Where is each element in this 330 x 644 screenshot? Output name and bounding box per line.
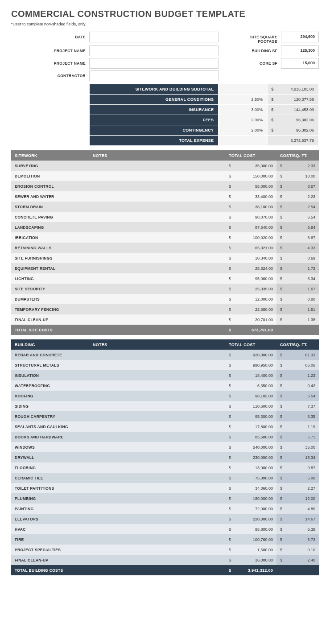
row-cost[interactable]: $20,701.00	[225, 314, 276, 325]
row-cost[interactable]: $33,400.00	[225, 191, 276, 202]
row-cost[interactable]: $100,020.00	[225, 232, 276, 243]
row-notes[interactable]	[89, 545, 225, 555]
row-notes[interactable]	[89, 263, 225, 273]
row-notes[interactable]	[89, 161, 225, 171]
row-notes[interactable]	[89, 411, 225, 421]
table-row: FLOORING$13,000.00$0.87	[11, 462, 319, 473]
row-notes[interactable]	[89, 243, 225, 253]
row-notes[interactable]	[89, 534, 225, 545]
row-cost[interactable]: $95,800.00	[225, 524, 276, 534]
row-cost[interactable]: $100,760.00	[225, 534, 276, 545]
coresf-input[interactable]: 15,000	[281, 58, 319, 69]
row-notes[interactable]	[89, 452, 225, 462]
summary-pct[interactable]: 3.00%	[219, 105, 268, 115]
table-row: STORM DRAIN$38,100.00$2.54	[11, 202, 319, 212]
row-notes[interactable]	[89, 473, 225, 483]
row-notes[interactable]	[89, 442, 225, 452]
row-notes[interactable]	[89, 294, 225, 304]
row-cost[interactable]: $36,000.00	[225, 555, 276, 565]
row-notes[interactable]	[89, 370, 225, 380]
row-notes[interactable]	[89, 222, 225, 232]
summary-val: $96,302.06	[268, 115, 319, 125]
row-cost[interactable]: $38,100.00	[225, 202, 276, 212]
row-cost[interactable]: $98,102.00	[225, 391, 276, 401]
row-notes[interactable]	[89, 514, 225, 524]
row-notes[interactable]	[89, 273, 225, 284]
row-cost[interactable]: $35,000.00	[225, 161, 276, 171]
row-cost[interactable]: $22,680.00	[225, 304, 276, 314]
row-cost[interactable]: $990,950.00	[225, 360, 276, 370]
row-notes[interactable]	[89, 524, 225, 534]
sitesf-input[interactable]: 294,600	[281, 32, 319, 42]
row-notes[interactable]	[89, 483, 225, 493]
row-notes[interactable]	[89, 202, 225, 212]
row-cost[interactable]: $55,000.00	[225, 181, 276, 191]
summary-pct[interactable]: 2.00%	[219, 115, 268, 125]
proj2-input[interactable]	[89, 58, 219, 69]
row-cost[interactable]: $98,070.00	[225, 212, 276, 222]
row-notes[interactable]	[89, 314, 225, 325]
row-cost[interactable]: $1,500.00	[225, 545, 276, 555]
row-notes[interactable]	[89, 421, 225, 432]
row-cost[interactable]: $920,000.00	[225, 350, 276, 360]
row-notes[interactable]	[89, 432, 225, 442]
row-notes[interactable]	[89, 493, 225, 504]
row-notes[interactable]	[89, 360, 225, 370]
proj1-input[interactable]	[89, 45, 219, 56]
row-sqft: $3.67	[276, 181, 319, 191]
row-notes[interactable]	[89, 462, 225, 473]
table-row: SITE FURNISHINGS$10,340.00$0.69	[11, 253, 319, 263]
summary-pct[interactable]: 2.00%	[219, 125, 268, 136]
table-row: FINAL CLEAN-UP$20,701.00$1.38	[11, 314, 319, 325]
row-name: SEWER AND WATER	[11, 191, 89, 202]
summary-pct[interactable]: 2.50%	[219, 95, 268, 105]
row-notes[interactable]	[89, 304, 225, 314]
row-cost[interactable]: $220,000.00	[225, 514, 276, 524]
row-cost[interactable]: $34,060.00	[225, 483, 276, 493]
row-sqft: $6.54	[276, 391, 319, 401]
row-notes[interactable]	[89, 232, 225, 243]
row-cost[interactable]: $110,600.00	[225, 401, 276, 411]
row-notes[interactable]	[89, 191, 225, 202]
row-cost[interactable]: $6,350.00	[225, 380, 276, 391]
row-notes[interactable]	[89, 380, 225, 391]
row-cost[interactable]: $18,400.00	[225, 370, 276, 380]
row-notes[interactable]	[89, 401, 225, 411]
row-notes[interactable]	[89, 253, 225, 263]
row-cost[interactable]: $95,300.00	[225, 411, 276, 421]
row-cost[interactable]: $13,000.00	[225, 462, 276, 473]
row-sqft: $4.80	[276, 504, 319, 514]
row-name: DRYWALL	[11, 452, 89, 462]
table-row: SITE SECURITY$25,035.00$1.67	[11, 284, 319, 294]
table-row: ROUGH CARPENTRY$95,300.00$6.35	[11, 411, 319, 421]
date-input[interactable]	[89, 32, 219, 42]
row-notes[interactable]	[89, 181, 225, 191]
row-cost[interactable]: $65,021.00	[225, 243, 276, 253]
row-notes[interactable]	[89, 284, 225, 294]
bldgsf-input[interactable]: 125,300	[281, 45, 319, 56]
row-cost[interactable]: $85,600.00	[225, 432, 276, 442]
table-row: INSULATION$18,400.00$1.23	[11, 370, 319, 380]
row-cost[interactable]: $72,000.00	[225, 504, 276, 514]
row-cost[interactable]: $150,000.00	[225, 171, 276, 181]
row-notes[interactable]	[89, 171, 225, 181]
row-cost[interactable]: $75,000.00	[225, 473, 276, 483]
row-cost[interactable]: $12,000.00	[225, 294, 276, 304]
row-notes[interactable]	[89, 555, 225, 565]
contractor-input[interactable]	[89, 70, 219, 81]
row-notes[interactable]	[89, 350, 225, 360]
row-cost[interactable]: $95,060.00	[225, 273, 276, 284]
row-notes[interactable]	[89, 212, 225, 222]
row-cost[interactable]: $180,000.00	[225, 493, 276, 504]
row-cost[interactable]: $17,800.00	[225, 421, 276, 432]
summary-val: $144,453.09	[268, 105, 319, 115]
row-cost[interactable]: $540,000.00	[225, 442, 276, 452]
row-cost[interactable]: $10,340.00	[225, 253, 276, 263]
row-cost[interactable]: $25,824.00	[225, 263, 276, 273]
row-cost[interactable]: $230,090.00	[225, 452, 276, 462]
row-notes[interactable]	[89, 504, 225, 514]
row-cost[interactable]: $87,540.00	[225, 222, 276, 232]
row-cost[interactable]: $25,035.00	[225, 284, 276, 294]
row-notes[interactable]	[89, 391, 225, 401]
row-sqft: $6.35	[276, 411, 319, 421]
